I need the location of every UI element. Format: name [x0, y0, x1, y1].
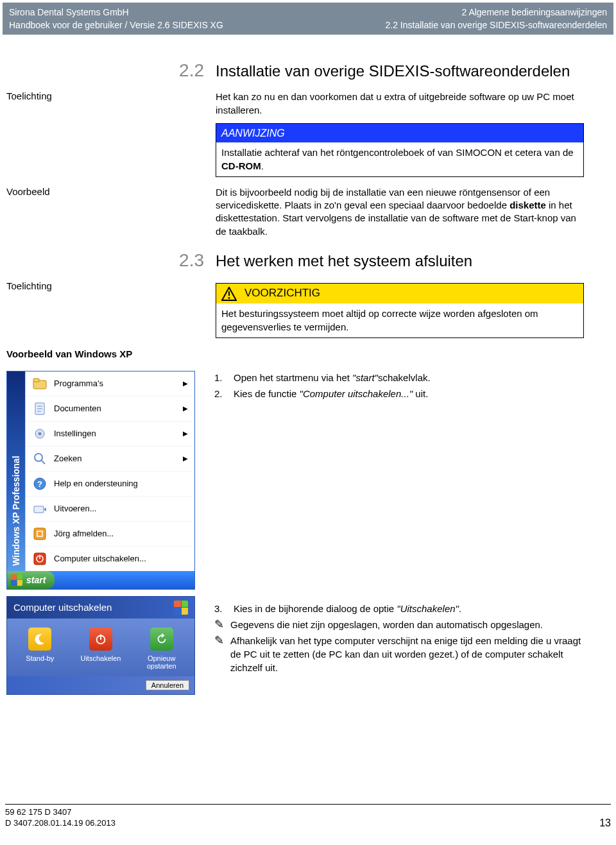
- search-icon: [32, 451, 47, 466]
- label-toelichting-22: Toelichting: [6, 89, 167, 177]
- header-left-2: Handboek voor de gebruiker / Versie 2.6 …: [9, 20, 223, 30]
- run-icon: [32, 501, 47, 516]
- xp-start-label: start: [26, 575, 46, 585]
- voorbeeld-text-22: Dit is bijvoorbeeld nodig bij de install…: [216, 186, 584, 238]
- xp-menu-item[interactable]: Instellingen ▶: [26, 422, 194, 447]
- svg-point-11: [35, 454, 42, 461]
- section-number-23: 2.3: [172, 251, 210, 279]
- xp-menu-label: Uitvoeren...: [54, 504, 96, 513]
- page-header: Sirona Dental Systems GmbH 2 Algemene be…: [3, 3, 613, 35]
- caution-box: VOORZICHTIG Het besturingssysteem moet a…: [216, 283, 584, 337]
- document-icon: [32, 401, 47, 416]
- label-voorbeeld-xp: Voorbeeld van Windows XP: [6, 347, 167, 359]
- caution-body: Het besturingssysteem moet altijd op cor…: [216, 303, 583, 337]
- xp-menu-label: Jörg afmelden...: [54, 529, 114, 538]
- step-text: Kies de functie "Computer uitschakelen..…: [234, 387, 428, 400]
- step-text: Kies in de bijhorende dialoog de optie "…: [234, 602, 461, 615]
- xp-menu-item[interactable]: Documenten ▶: [26, 397, 194, 422]
- cancel-button[interactable]: Annuleren: [146, 680, 189, 690]
- settings-icon: [32, 426, 47, 441]
- step-number: 3.: [214, 602, 228, 615]
- result-text: Afhankelijk van het type computer versch…: [230, 634, 584, 674]
- windows-flag-icon: [174, 601, 188, 615]
- note-title: AANWIJZING: [216, 124, 583, 143]
- xp-menu-label: Computer uitschakelen...: [54, 554, 146, 563]
- xp-menu-item[interactable]: Zoeken ▶: [26, 447, 194, 472]
- windows-flag-icon: [11, 574, 22, 586]
- xp-menu-item[interactable]: Uitvoeren...: [26, 497, 194, 522]
- svg-rect-4: [33, 379, 39, 382]
- shutdown-option-label: Stand-by: [26, 654, 54, 662]
- label-toelichting-23: Toelichting: [6, 279, 167, 337]
- note-box: AANWIJZING Installatie achteraf van het …: [216, 123, 584, 177]
- xp-start-menu: Windows XP Professional Programma's ▶ Do…: [6, 371, 195, 590]
- page-footer: 59 62 175 D 3407 D 3407.208.01.14.19 06.…: [5, 804, 611, 829]
- svg-marker-16: [44, 508, 46, 511]
- label-voorbeeld-22: Voorbeeld: [6, 185, 167, 239]
- submenu-arrow-icon: ▶: [183, 405, 188, 412]
- shutdown-option-label: Uitschakelen: [80, 654, 121, 662]
- shutdown-option-turnoff[interactable]: Uitschakelen: [72, 627, 130, 670]
- toelichting-text-22: Het kan zo nu en dan voorkomen dat u ext…: [216, 90, 584, 117]
- header-right-1: 2 Algemene bedieningsaanwijzingen: [461, 7, 607, 17]
- footer-doc-id-2: D 3407.208.01.14.19 06.2013: [5, 818, 116, 829]
- svg-point-10: [38, 432, 42, 435]
- section-title-23: Het werken met het systeem afsluiten: [216, 251, 584, 271]
- xp-taskbar: start: [7, 571, 194, 589]
- result-text: Gegevens die niet zijn opgeslagen, worde…: [230, 618, 543, 631]
- step-text: Open het startmenu via het "start"schake…: [234, 371, 431, 384]
- standby-icon: [28, 627, 51, 651]
- xp-menu-item[interactable]: Jörg afmelden...: [26, 522, 194, 547]
- caution-title-text: VOORZICHTIG: [244, 286, 320, 301]
- xp-menu-item[interactable]: Computer uitschakelen...: [26, 547, 194, 571]
- section-number-22: 2.2: [172, 61, 210, 89]
- header-right-2: 2.2 Installatie van overige SIDEXIS-soft…: [385, 20, 607, 30]
- xp-menu-sidebar-label: Windows XP Professional: [7, 371, 25, 571]
- submenu-arrow-icon: ▶: [183, 455, 188, 462]
- page-number: 13: [599, 817, 611, 829]
- result-arrow-icon: ✎: [214, 635, 224, 646]
- xp-start-button[interactable]: start: [7, 571, 55, 589]
- header-left-1: Sirona Dental Systems GmbH: [9, 7, 129, 17]
- xp-menu-label: Zoeken: [54, 454, 81, 463]
- power-icon: [89, 627, 112, 651]
- shutdown-dialog: Computer uitschakelen Stand-by Uitschake…: [6, 596, 195, 695]
- logoff-icon: [32, 526, 47, 542]
- svg-rect-17: [34, 528, 46, 540]
- note-body: Installatie achteraf van het röntgencont…: [216, 142, 583, 176]
- restart-icon: [150, 627, 173, 651]
- shutdown-option-restart[interactable]: Opnieuw opstarten: [133, 627, 191, 670]
- step-number: 1.: [214, 371, 228, 384]
- submenu-arrow-icon: ▶: [183, 430, 188, 437]
- footer-doc-id-1: 59 62 175 D 3407: [5, 807, 116, 818]
- svg-rect-15: [34, 506, 44, 513]
- section-title-22: Installatie van overige SIDEXIS-software…: [216, 61, 584, 81]
- shutdown-title: Computer uitschakelen: [13, 602, 112, 613]
- shutdown-icon: [32, 551, 47, 567]
- svg-text:?: ?: [37, 479, 42, 489]
- xp-menu-item[interactable]: ? Help en ondersteuning: [26, 472, 194, 497]
- xp-menu-label: Instellingen: [54, 429, 96, 438]
- shutdown-option-standby[interactable]: Stand-by: [11, 627, 69, 670]
- folder-app-icon: [32, 376, 47, 391]
- caution-title-bar: VOORZICHTIG: [216, 284, 583, 303]
- xp-menu-item[interactable]: Programma's ▶: [26, 371, 194, 397]
- shutdown-option-label: Opnieuw opstarten: [133, 654, 191, 670]
- xp-menu-label: Programma's: [54, 379, 103, 388]
- xp-menu-label: Help en ondersteuning: [54, 479, 138, 488]
- svg-point-2: [228, 297, 230, 299]
- step-number: 2.: [214, 387, 228, 400]
- help-icon: ?: [32, 476, 47, 491]
- xp-menu-label: Documenten: [54, 404, 101, 413]
- result-arrow-icon: ✎: [214, 619, 224, 630]
- warning-triangle-icon: [221, 287, 237, 301]
- svg-line-12: [42, 460, 46, 464]
- submenu-arrow-icon: ▶: [183, 380, 188, 387]
